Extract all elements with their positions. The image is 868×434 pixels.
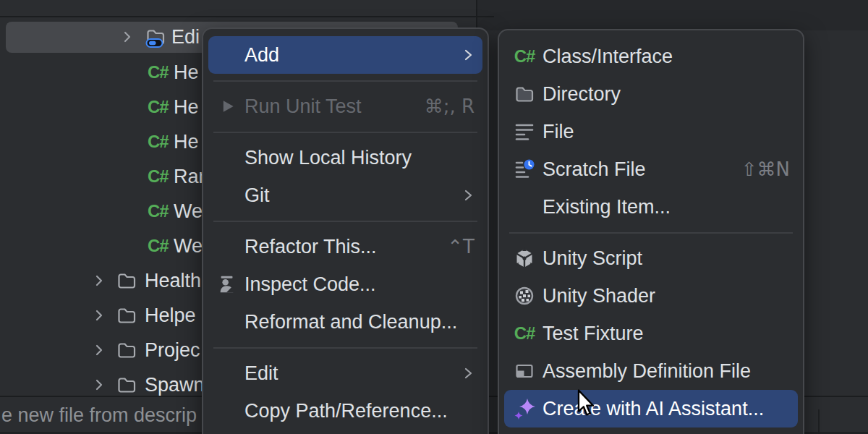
chevron-right-icon[interactable] <box>92 308 106 323</box>
menu-item-label: Assembly Definition File <box>542 360 751 383</box>
menu-item-class-interface[interactable]: C# Class/Interface <box>499 38 803 75</box>
tree-item-folder[interactable]: Health <box>92 263 201 298</box>
tree-item-cs-file[interactable]: C#He <box>148 90 199 124</box>
csharp-icon: C# <box>512 46 537 67</box>
add-submenu: C# Class/Interface Directory File Scratc… <box>498 29 804 434</box>
tree-item-label: He <box>174 131 199 153</box>
menu-item-label: Git <box>244 184 270 207</box>
scratch-file-icon <box>512 158 537 180</box>
tree-item-label: Helpe <box>145 305 196 327</box>
submenu-arrow-icon <box>463 189 475 202</box>
menu-item-copy-path-reference[interactable]: Copy Path/Reference... <box>203 392 488 430</box>
submenu-arrow-icon <box>463 48 475 61</box>
unity-shader-icon <box>512 285 537 307</box>
menu-separator <box>213 347 477 349</box>
csharp-icon: C# <box>148 97 174 117</box>
tree-item-cs-file[interactable]: C#He <box>148 55 199 90</box>
csharp-icon: C# <box>148 62 174 82</box>
menu-item-refactor-this[interactable]: Refactor This... ⌃T <box>203 228 488 265</box>
tree-item-label: We <box>174 200 203 223</box>
menu-item-label: Refactor This... <box>244 236 377 258</box>
tree-item-folder[interactable]: Projec <box>92 333 200 367</box>
csharp-icon: C# <box>148 201 174 221</box>
unity-icon <box>512 247 537 269</box>
menu-item-label: Reformat and Cleanup... <box>244 311 457 333</box>
menu-item-label: Edit <box>244 362 278 385</box>
ide-window: Edi C#He C#He C#He C#Ran C#We C#We Healt… <box>0 0 868 434</box>
menu-item-test-fixture[interactable]: C# Test Fixture <box>499 315 803 352</box>
tree-item-label: He <box>174 96 199 119</box>
menu-item-create-with-ai-assistant[interactable]: Create with AI Assistant... <box>504 390 798 427</box>
tree-item-label: He <box>174 61 199 84</box>
folder-icon <box>512 83 537 105</box>
ai-sparkle-icon <box>512 398 537 420</box>
menu-shortcut: ⌘;, R <box>425 95 475 117</box>
folder-icon <box>116 339 137 361</box>
menu-item-existing-item[interactable]: Existing Item... <box>499 188 803 226</box>
panel-divider <box>0 16 494 17</box>
menu-item-add[interactable]: Add <box>208 36 482 74</box>
menu-item-inspect-code[interactable]: Inspect Code... <box>203 265 488 303</box>
chevron-right-icon[interactable] <box>92 343 106 357</box>
menu-separator <box>213 221 477 222</box>
file-icon <box>512 121 537 142</box>
asmdef-icon <box>512 360 537 382</box>
submenu-arrow-icon <box>463 367 475 380</box>
menu-item-edit[interactable]: Edit <box>203 354 488 392</box>
menu-item-label: Show Local History <box>244 147 412 169</box>
mouse-cursor <box>576 389 595 417</box>
tree-item-cs-file[interactable]: C#We <box>148 229 203 263</box>
menu-item-label: Test Fixture <box>542 323 644 345</box>
inspector-icon <box>215 273 239 295</box>
chevron-right-icon[interactable] <box>92 378 106 392</box>
menu-item-label: Scratch File <box>542 158 646 181</box>
menu-shortcut: ⌃T <box>447 236 475 258</box>
context-menu: Add Run Unit Test ⌘;, R Show Local Histo… <box>202 27 489 434</box>
tree-item-label: Spawn <box>145 374 205 396</box>
folder-icon <box>116 374 137 396</box>
menu-item-label: Add <box>244 44 279 67</box>
csharp-icon: C# <box>512 323 537 344</box>
menu-item-unity-shader[interactable]: Unity Shader <box>499 277 803 315</box>
tree-item-label: Edi <box>171 26 200 48</box>
menu-item-reformat-and-cleanup[interactable]: Reformat and Cleanup... <box>203 303 488 341</box>
menu-item-run-unit-test: Run Unit Test ⌘;, R <box>203 88 488 125</box>
tree-item-editor-folder[interactable]: Edi <box>120 20 200 54</box>
tree-item-cs-file[interactable]: C#Ran <box>148 159 210 194</box>
status-bar-text: e new file from descrip <box>0 404 197 427</box>
menu-item-assembly-definition-file[interactable]: Assembly Definition File <box>499 352 803 390</box>
menu-shortcut: ⇧⌘N <box>741 158 790 180</box>
menu-item-label: Existing Item... <box>542 196 671 218</box>
folder-editor-icon <box>145 26 166 48</box>
menu-item-directory[interactable]: Directory <box>499 75 803 113</box>
menu-item-unity-script[interactable]: Unity Script <box>499 239 803 277</box>
chevron-right-icon[interactable] <box>92 273 106 288</box>
chevron-right-icon[interactable] <box>120 30 135 44</box>
menu-item-show-local-history[interactable]: Show Local History <box>203 139 488 176</box>
menu-item-label: Copy Path/Reference... <box>244 400 448 422</box>
tree-item-label: Projec <box>145 339 200 362</box>
play-icon <box>215 95 239 117</box>
tree-item-cs-file[interactable]: C#He <box>148 124 199 159</box>
folder-icon <box>116 270 137 292</box>
menu-item-label: Run Unit Test <box>244 95 362 118</box>
tree-item-label: Health <box>145 270 201 292</box>
tree-item-folder[interactable]: Helpe <box>92 298 196 333</box>
menu-separator <box>509 232 793 234</box>
menu-item-label: File <box>542 121 574 143</box>
menu-item-label: Class/Interface <box>542 46 673 68</box>
menu-item-scratch-file[interactable]: Scratch File ⇧⌘N <box>499 150 803 188</box>
folder-icon <box>116 305 137 326</box>
menu-item-label: Unity Shader <box>542 285 655 307</box>
panel-divider <box>818 409 820 434</box>
tree-item-label: We <box>174 235 203 258</box>
csharp-icon: C# <box>148 132 174 152</box>
menu-separator <box>213 80 477 82</box>
menu-item-file[interactable]: File <box>499 113 803 150</box>
menu-item-label: Create with AI Assistant... <box>542 398 764 420</box>
menu-item-git[interactable]: Git <box>203 176 488 214</box>
csharp-icon: C# <box>148 236 174 256</box>
tree-item-cs-file[interactable]: C#We <box>148 194 203 229</box>
menu-item-label: Unity Script <box>542 247 642 270</box>
editor-panel-edge <box>476 0 868 30</box>
